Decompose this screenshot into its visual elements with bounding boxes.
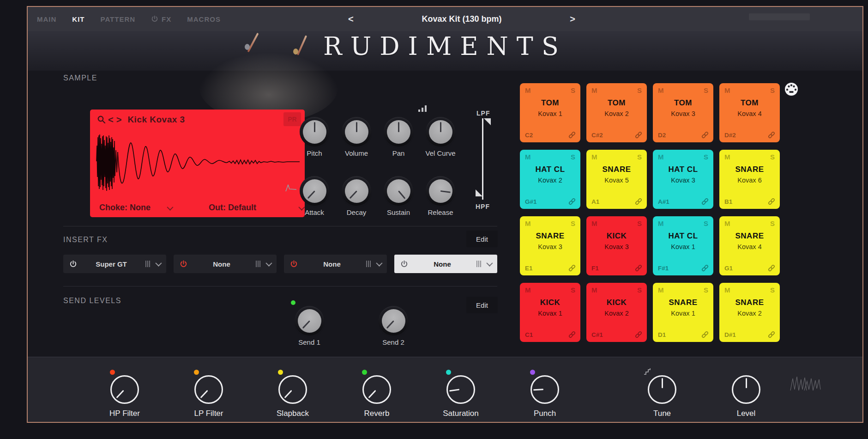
hp-filter-macro-knob[interactable]: HP Filter [102,375,148,418]
tab-pattern[interactable]: PATTERN [101,15,136,23]
filter-slider-track[interactable] [482,118,483,200]
solo-button[interactable]: S [770,153,775,161]
solo-button[interactable]: S [704,286,708,294]
pad-snare-kovax-1[interactable]: M S SNARE Kovax 1 D1 [653,283,713,342]
chevron-down-icon[interactable] [486,260,493,267]
solo-button[interactable]: S [770,220,775,227]
preset-name[interactable]: Kovax Kit (130 bpm) [422,14,501,24]
pad-tom-kovax-2[interactable]: M S TOM Kovax 2 C#2 [586,83,647,142]
pad-hatcl-kovax-2[interactable]: M S HAT CL Kovax 2 G#1 [520,150,580,209]
mute-button[interactable]: M [525,153,531,161]
drag-handle-icon[interactable] [145,261,150,267]
solo-button[interactable]: S [704,153,708,161]
link-icon[interactable] [701,264,709,272]
tab-fx[interactable]: FX [151,15,171,23]
midi-icon[interactable] [784,82,799,97]
link-icon[interactable] [767,264,776,272]
fx-slot-name[interactable]: None [298,260,366,268]
solo-button[interactable]: S [571,286,575,294]
link-icon[interactable] [701,131,709,139]
mute-button[interactable]: M [591,153,597,161]
mute-button[interactable]: M [724,220,730,227]
mute-button[interactable]: M [658,220,664,227]
hpf-handle[interactable] [476,189,482,196]
drag-handle-icon[interactable] [256,261,260,267]
pitch-knob[interactable]: Pitch [298,117,331,157]
decay-knob[interactable]: Decay [340,176,373,216]
link-icon[interactable] [634,131,643,139]
solo-button[interactable]: S [571,153,575,161]
link-icon[interactable] [701,330,709,339]
fx-slot-name[interactable]: Super GT [77,260,145,268]
mute-button[interactable]: M [591,286,597,294]
send-2-knob[interactable]: Send 2 [377,306,410,346]
solo-button[interactable]: S [770,86,775,94]
link-icon[interactable] [568,330,576,339]
link-icon[interactable] [568,197,576,206]
power-icon[interactable] [69,260,77,268]
link-icon[interactable] [767,131,776,139]
choke-select[interactable]: Choke: None [99,203,151,213]
pad-kick-kovax-1[interactable]: M S KICK Kovax 1 C1 [520,283,580,342]
chevron-down-icon[interactable] [167,204,173,210]
link-icon[interactable] [634,264,643,272]
sample-name[interactable]: Kick Kovax 3 [127,115,185,125]
slapback-macro-knob[interactable]: Slapback [270,375,316,418]
sample-next-button[interactable]: > [116,115,122,125]
punch-macro-knob[interactable]: Punch [522,375,568,418]
release-knob[interactable]: Release [424,176,457,216]
send-levels-edit-button[interactable]: Edit [466,297,498,313]
mute-button[interactable]: M [724,286,730,294]
solo-button[interactable]: S [637,286,642,294]
vel-curve-knob[interactable]: Vel Curve [424,117,457,157]
mute-button[interactable]: M [658,153,664,161]
attack-knob[interactable]: Attack [298,176,331,216]
mute-button[interactable]: M [591,220,597,227]
chevron-down-icon[interactable] [265,260,272,267]
mute-button[interactable]: M [591,86,597,94]
link-icon[interactable] [767,197,776,206]
sustain-knob[interactable]: Sustain [382,176,415,216]
mute-button[interactable]: M [658,86,664,94]
output-select[interactable]: Out: Default [209,203,256,213]
reverb-macro-knob[interactable]: Reverb [354,375,400,418]
pad-tom-kovax-1[interactable]: M S TOM Kovax 1 C2 [520,83,580,142]
tab-kit[interactable]: KIT [72,15,84,23]
lpf-handle[interactable] [484,118,491,125]
volume-knob[interactable]: Volume [340,117,373,157]
link-icon[interactable] [701,197,709,206]
pad-tom-kovax-3[interactable]: M S TOM Kovax 3 D2 [653,83,713,142]
pad-kick-kovax-3[interactable]: M S KICK Kovax 3 F1 [586,216,647,275]
fx-slot-4-selected[interactable]: None [394,255,497,273]
link-icon[interactable] [568,264,576,272]
mute-button[interactable]: M [724,86,730,94]
tune-macro-knob[interactable]: Tune [639,375,685,418]
lp-filter-macro-knob[interactable]: LP Filter [186,375,232,418]
solo-button[interactable]: S [637,86,642,94]
mute-button[interactable]: M [658,286,664,294]
pad-snare-kovax-4[interactable]: M S SNARE Kovax 4 G1 [719,216,780,275]
sample-prev-button[interactable]: < [108,115,114,125]
pad-hatcl-kovax-3[interactable]: M S HAT CL Kovax 3 A#1 [653,150,713,209]
link-icon[interactable] [568,131,576,139]
fx-slot-2[interactable]: None [174,255,277,273]
saturation-macro-knob[interactable]: Saturation [438,375,484,418]
insert-fx-edit-button[interactable]: Edit [466,231,498,247]
pad-snare-kovax-5[interactable]: M S SNARE Kovax 5 A1 [586,150,647,209]
tab-main[interactable]: MAIN [37,15,56,23]
search-icon[interactable] [96,115,107,125]
power-icon[interactable] [290,260,298,268]
preset-next-button[interactable]: > [563,14,582,24]
power-icon[interactable] [180,260,187,268]
preset-prev-button[interactable]: < [342,14,360,24]
pan-knob[interactable]: Pan [382,117,415,157]
level-macro-knob[interactable]: Level [723,375,769,418]
waveform[interactable] [93,132,302,194]
chevron-down-icon[interactable] [376,260,382,267]
fx-slot-1[interactable]: Super GT [63,255,166,273]
pad-snare-kovax-2[interactable]: M S SNARE Kovax 2 D#1 [719,283,780,342]
mute-button[interactable]: M [525,86,531,94]
power-icon[interactable] [151,15,158,23]
link-icon[interactable] [767,330,776,339]
link-icon[interactable] [634,197,643,206]
